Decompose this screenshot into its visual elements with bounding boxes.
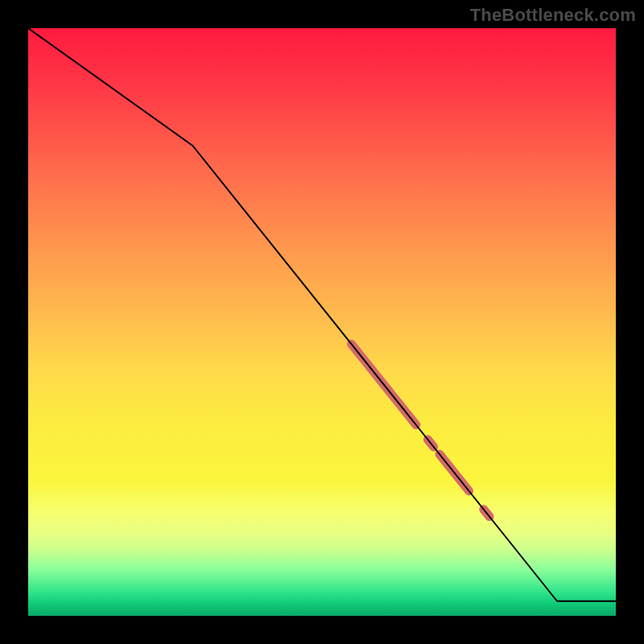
- plot-area: [28, 28, 616, 616]
- chart-stage: TheBottleneck.com: [0, 0, 644, 644]
- series-curve: [28, 28, 616, 601]
- chart-overlay: [28, 28, 616, 616]
- line-group: [28, 28, 616, 601]
- watermark-text: TheBottleneck.com: [470, 5, 636, 26]
